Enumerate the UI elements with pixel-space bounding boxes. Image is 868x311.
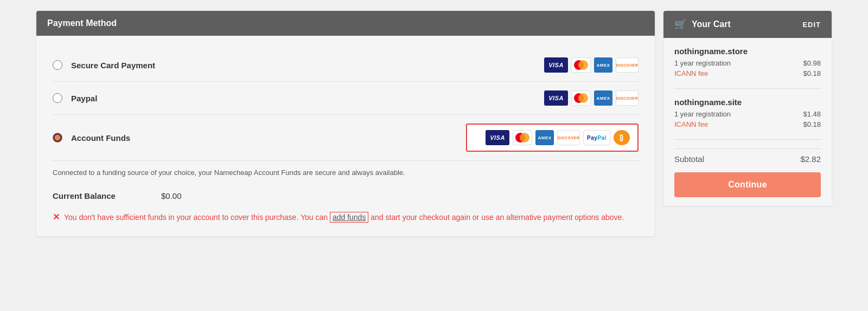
cart-item-1: nothingname.store 1 year registration $0… — [674, 47, 821, 89]
edit-link[interactable]: EDIT — [802, 21, 821, 29]
cart-line-1-icann-price: $0.18 — [803, 69, 821, 77]
discover-icon-2: DISCOVER — [616, 90, 639, 106]
error-text: You don't have sufficient funds in your … — [64, 211, 624, 223]
amex-icon-2: AMEX — [594, 90, 612, 106]
panel-title: Payment Method — [47, 18, 117, 28]
cart-sidebar: 🛒 Your Cart EDIT nothingname.store 1 yea… — [663, 11, 832, 206]
paypal-label: Paypal — [71, 94, 158, 103]
cart-line-1-reg-label: 1 year registration — [674, 59, 731, 67]
error-row: ✕ You don't have sufficient funds in you… — [53, 211, 639, 223]
discover-icon: DISCOVER — [616, 57, 639, 73]
secure-card-icons: VISA AMEX DISCOVER — [544, 57, 639, 73]
visa-icon: VISA — [544, 57, 568, 73]
panel-header: Payment Method — [36, 11, 655, 36]
balance-label: Current Balance — [53, 191, 161, 200]
sidebar-body: nothingname.store 1 year registration $0… — [663, 38, 832, 206]
account-funds-card-icons: VISA AMEX DISCOVER PayPal ₿ — [486, 130, 630, 145]
radio-account-funds[interactable] — [53, 133, 62, 142]
amex-icon-3: AMEX — [535, 130, 554, 145]
subtotal-value: $2.82 — [800, 154, 821, 164]
error-x-icon: ✕ — [53, 212, 60, 222]
balance-value: $0.00 — [161, 191, 182, 200]
paypal-icon: PayPal — [583, 130, 610, 145]
secure-card-label: Secure Card Payment — [71, 61, 158, 70]
option-label-wrap-account-funds: Account Funds — [53, 133, 466, 142]
amex-icon: AMEX — [594, 57, 612, 73]
visa-icon-2: VISA — [544, 90, 568, 106]
mastercard-icon-2 — [571, 90, 591, 106]
sidebar-header-left: 🛒 Your Cart — [674, 18, 731, 30]
visa-icon-3: VISA — [486, 130, 509, 145]
cart-line-2-icann: ICANN fee $0.18 — [674, 120, 821, 128]
subtotal-label: Subtotal — [674, 154, 704, 164]
paypal-pay-text: Pay — [587, 135, 597, 141]
cart-domain-2: nothingname.site — [674, 98, 821, 107]
bitcoin-icon: ₿ — [614, 130, 630, 145]
cart-line-1-icann-label: ICANN fee — [674, 69, 708, 77]
radio-paypal[interactable] — [53, 93, 62, 103]
account-funds-card-icons-bordered: VISA AMEX DISCOVER PayPal ₿ — [466, 124, 639, 152]
cart-line-2-reg-label: 1 year registration — [674, 110, 731, 118]
panel-body: Secure Card Payment VISA AMEX DISCOVER P… — [36, 36, 655, 236]
cart-icon: 🛒 — [674, 18, 686, 30]
payment-option-secure-card: Secure Card Payment VISA AMEX DISCOVER — [53, 49, 639, 82]
subtotal-row: Subtotal $2.82 — [674, 148, 821, 164]
account-funds-label: Account Funds — [71, 133, 158, 142]
sidebar-title: Your Cart — [692, 20, 731, 29]
mastercard-icon — [571, 57, 591, 73]
add-funds-link[interactable]: add funds — [330, 212, 369, 223]
payment-option-account-funds: Account Funds VISA AMEX DISCOVER PayPal … — [53, 115, 639, 161]
sidebar-header: 🛒 Your Cart EDIT — [663, 11, 832, 38]
account-funds-description: Connected to a funding source of your ch… — [53, 167, 639, 178]
paypal-pal-text: Pal — [597, 135, 607, 141]
radio-secure-card[interactable] — [53, 60, 62, 70]
cart-line-1-reg-price: $0.98 — [803, 59, 821, 67]
payment-method-panel: Payment Method Secure Card Payment VISA … — [36, 11, 655, 236]
option-label-wrap-paypal: Paypal — [53, 93, 533, 103]
cart-line-2-reg: 1 year registration $1.48 — [674, 110, 821, 118]
balance-row: Current Balance $0.00 — [53, 189, 639, 200]
cart-line-1-reg: 1 year registration $0.98 — [674, 59, 821, 67]
cart-line-2-icann-price: $0.18 — [803, 120, 821, 128]
cart-line-2-reg-price: $1.48 — [803, 110, 821, 118]
discover-icon-3: DISCOVER — [557, 130, 580, 145]
error-text-after: and start your checkout again or use an … — [368, 213, 624, 222]
payment-option-paypal: Paypal VISA AMEX DISCOVER — [53, 82, 639, 115]
cart-domain-1: nothingname.store — [674, 47, 821, 56]
option-label-wrap-secure-card: Secure Card Payment — [53, 60, 533, 70]
error-text-before: You don't have sufficient funds in your … — [64, 213, 330, 222]
cart-item-2: nothingname.site 1 year registration $1.… — [674, 98, 821, 140]
cart-line-2-icann-label: ICANN fee — [674, 120, 708, 128]
cart-line-1-icann: ICANN fee $0.18 — [674, 69, 821, 77]
mastercard-icon-3 — [513, 130, 532, 145]
continue-button[interactable]: Continue — [674, 172, 821, 197]
paypal-card-icons: VISA AMEX DISCOVER — [544, 90, 639, 106]
